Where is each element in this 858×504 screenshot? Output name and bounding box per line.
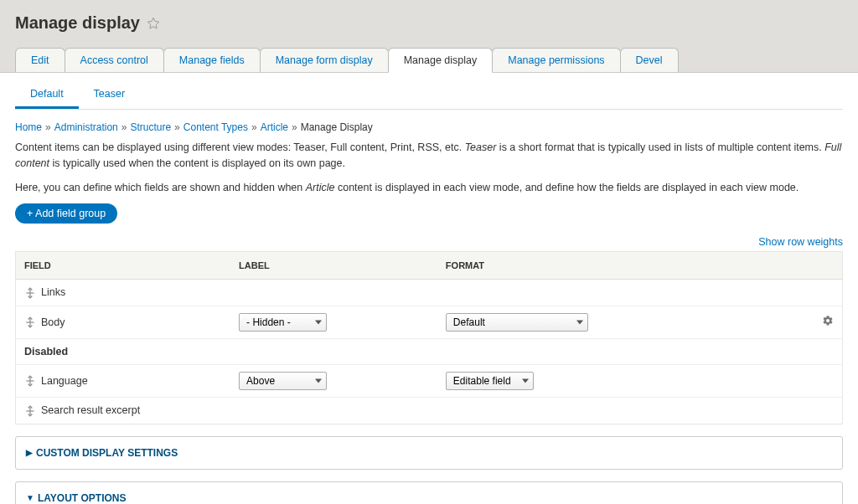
col-format: Format	[437, 252, 809, 280]
breadcrumb-link-administration[interactable]: Administration	[54, 121, 118, 133]
select-editable-field[interactable]: Editable field	[446, 372, 534, 390]
breadcrumb-link-content-types[interactable]: Content Types	[183, 121, 248, 133]
table-row: Search result excerpt	[16, 397, 843, 424]
favorite-star-icon[interactable]	[147, 17, 160, 30]
layout-options-details[interactable]: ▼ Layout options Use Layout Builder Allo…	[15, 481, 843, 504]
help-text-1: Content items can be displayed using dif…	[15, 140, 843, 172]
primary-tab-devel[interactable]: Devel	[620, 48, 679, 72]
help-text-2: Here, you can define which fields are sh…	[15, 180, 843, 196]
breadcrumb-separator: »	[288, 121, 301, 133]
breadcrumb-current: Manage Display	[301, 121, 373, 133]
table-row: Body- Hidden -Default	[16, 306, 843, 338]
breadcrumb-separator: »	[42, 121, 54, 133]
layout-options-summary[interactable]: ▼ Layout options	[26, 492, 832, 504]
show-row-weights-link[interactable]: Show row weights	[758, 236, 843, 248]
custom-display-settings-summary[interactable]: ▶ Custom display settings	[26, 447, 832, 459]
primary-tab-edit[interactable]: Edit	[15, 48, 65, 72]
breadcrumb-link-article[interactable]: Article	[261, 121, 288, 133]
drag-handle-icon[interactable]	[24, 375, 36, 387]
secondary-tab-teaser[interactable]: Teaser	[79, 81, 141, 109]
col-label: Label	[230, 252, 437, 280]
field-name: Body	[41, 316, 65, 328]
breadcrumb-link-structure[interactable]: Structure	[130, 121, 171, 133]
field-display-table: Field Label Format LinksBody- Hidden -De…	[15, 251, 843, 424]
drag-handle-icon[interactable]	[24, 316, 36, 328]
breadcrumb-separator: »	[248, 121, 261, 133]
primary-tab-access-control[interactable]: Access control	[65, 48, 164, 72]
secondary-tabs: DefaultTeaser	[15, 81, 843, 110]
triangle-down-icon: ▼	[26, 493, 34, 502]
breadcrumb: Home»Administration»Structure»Content Ty…	[15, 121, 843, 133]
gear-icon[interactable]	[822, 315, 834, 327]
primary-tab-manage-form-display[interactable]: Manage form display	[260, 48, 389, 72]
page-title: Manage display	[15, 13, 140, 33]
primary-tab-manage-permissions[interactable]: Manage permissions	[492, 48, 620, 72]
breadcrumb-link-home[interactable]: Home	[15, 121, 42, 133]
select--hidden-[interactable]: - Hidden -	[239, 313, 327, 332]
table-row: LanguageAboveEditable field	[16, 364, 843, 397]
drag-handle-icon[interactable]	[24, 287, 36, 299]
primary-tabs: EditAccess controlManage fieldsManage fo…	[15, 48, 843, 72]
triangle-right-icon: ▶	[26, 448, 33, 457]
primary-tab-manage-fields[interactable]: Manage fields	[163, 48, 261, 72]
table-row: Links	[16, 280, 843, 306]
field-name: Language	[41, 375, 88, 387]
breadcrumb-separator: »	[171, 121, 183, 133]
select-default[interactable]: Default	[446, 313, 588, 332]
disabled-section-heading: Disabled	[16, 338, 843, 364]
field-name: Search result excerpt	[41, 404, 140, 416]
field-name: Links	[41, 286, 65, 298]
svg-marker-0	[147, 18, 158, 28]
custom-display-settings-details[interactable]: ▶ Custom display settings	[15, 436, 843, 470]
secondary-tab-default[interactable]: Default	[15, 81, 79, 109]
select-above[interactable]: Above	[239, 372, 327, 390]
col-field: Field	[16, 252, 231, 280]
drag-handle-icon[interactable]	[24, 405, 36, 417]
add-field-group-button[interactable]: + Add field group	[15, 203, 117, 224]
breadcrumb-separator: »	[118, 121, 131, 133]
primary-tab-manage-display[interactable]: Manage display	[388, 48, 494, 73]
